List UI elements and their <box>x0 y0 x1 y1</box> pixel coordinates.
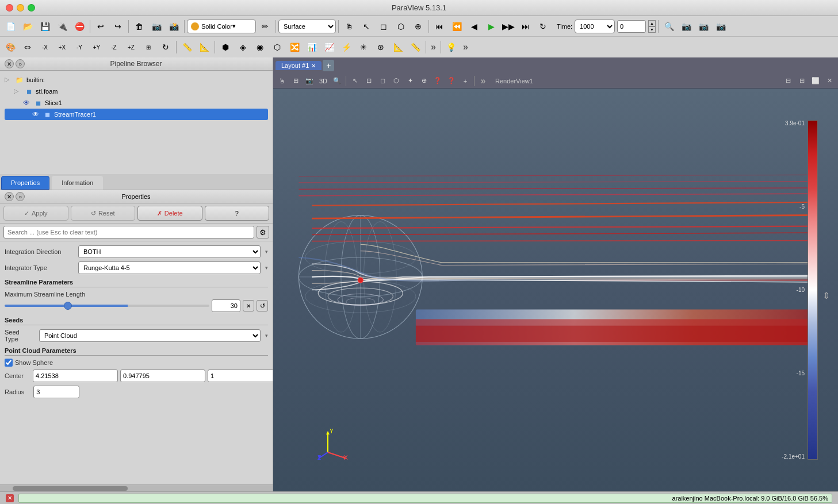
orient-x-pos[interactable]: +X <box>54 39 70 55</box>
close-button[interactable] <box>6 4 13 11</box>
rotate-btn[interactable]: ↻ <box>158 39 174 55</box>
tree-item-slice1[interactable]: 👁 ◼ Slice1 <box>5 97 268 109</box>
time-select[interactable]: 1000 <box>575 20 615 33</box>
radius-input[interactable] <box>33 386 79 398</box>
layout-tab-1[interactable]: Layout #1 ✕ <box>275 61 322 70</box>
solid-color-button[interactable]: Solid Color ▾ <box>187 20 256 33</box>
center-z-input[interactable] <box>208 370 273 382</box>
orient-y-neg[interactable]: -Y <box>71 39 87 55</box>
disconnect-button[interactable]: ⛔ <box>71 18 87 34</box>
time-step-input[interactable] <box>617 20 646 33</box>
viewport[interactable]: 3.9e-01 -5 -10 -15 -2.1e+01 ⇕ Y <box>273 89 838 491</box>
select4-button[interactable]: ⊕ <box>410 18 426 34</box>
filter-btn9[interactable]: ✳ <box>355 39 372 55</box>
filter-btn11[interactable]: 📐 <box>390 39 406 55</box>
redo-button[interactable]: ↪ <box>110 18 126 34</box>
rt-interact-btn[interactable]: 🖱 <box>275 75 288 87</box>
filter-btn12[interactable]: 📏 <box>407 39 423 55</box>
apply-button[interactable]: ✓ Apply <box>3 206 68 221</box>
filter-btn10[interactable]: ⊛ <box>373 39 389 55</box>
props-collapse-btn[interactable]: ✕ <box>5 192 14 201</box>
measure-btn[interactable]: 📏 <box>179 39 195 55</box>
orient-x-neg[interactable]: -X <box>37 39 53 55</box>
delete-filter-button[interactable]: 🗑 <box>131 18 147 34</box>
filter-btn2[interactable]: ◈ <box>235 39 251 55</box>
pipeline-expand-btn[interactable]: ○ <box>16 59 25 68</box>
select2-button[interactable]: ◻ <box>376 18 392 34</box>
help-button[interactable]: ? <box>205 206 270 221</box>
camera-button[interactable]: 📷 <box>678 18 694 34</box>
color-map-btn[interactable]: 🎨 <box>2 39 18 55</box>
maximize-render-btn[interactable]: ⬜ <box>809 75 822 87</box>
filter-btn7[interactable]: 📈 <box>321 39 337 55</box>
time-step-down[interactable]: ▼ <box>648 26 656 33</box>
play-back-button[interactable]: ◀ <box>466 18 482 34</box>
tree-item-streamtracer1[interactable]: 👁 ◼ StreamTracer1 <box>5 109 268 120</box>
orient-y-pos[interactable]: +Y <box>89 39 105 55</box>
rt-select5-btn[interactable]: ✦ <box>404 75 416 87</box>
rt-zoom2-btn[interactable]: 🔍 <box>331 75 343 87</box>
camera2-button[interactable]: 📷 <box>695 18 711 34</box>
representation-select[interactable]: Surface <box>278 20 336 33</box>
integration-direction-select[interactable]: BOTH <box>78 245 261 258</box>
add-layout-button[interactable]: + <box>323 60 334 71</box>
eye-icon-streamtracer1[interactable]: 👁 <box>32 110 40 118</box>
minimize-button[interactable] <box>17 4 24 11</box>
show-sphere-checkbox[interactable] <box>5 359 13 367</box>
orient-z-pos[interactable]: +Z <box>123 39 139 55</box>
play-fwd-button[interactable]: ▶▶ <box>500 18 516 34</box>
filter-btn4[interactable]: ⬡ <box>269 39 285 55</box>
seed-type-select[interactable]: Point Cloud <box>39 329 261 342</box>
rt-3d-btn[interactable]: 3D <box>317 75 330 87</box>
props-expand-btn[interactable]: ○ <box>16 192 25 201</box>
rt-select4-btn[interactable]: ⬡ <box>390 75 403 87</box>
close-render-btn[interactable]: ✕ <box>823 75 836 87</box>
props-scrollbar[interactable] <box>0 484 273 491</box>
rt-camera-btn[interactable]: 📷 <box>303 75 316 87</box>
max-streamline-value-input[interactable] <box>212 299 240 312</box>
interact-button[interactable]: 🖱 <box>341 18 357 34</box>
rt-select7-btn[interactable]: ❓ <box>431 75 444 87</box>
center-y-input[interactable] <box>120 370 205 382</box>
filter-btn3[interactable]: ◉ <box>252 39 268 55</box>
eye-icon-slice1[interactable]: 👁 <box>23 99 31 107</box>
rt-select8-btn[interactable]: ❓ <box>445 75 458 87</box>
filter-btn8[interactable]: ⚡ <box>338 39 354 55</box>
filter-btn5[interactable]: 🔀 <box>286 39 303 55</box>
filter-btn6[interactable]: 📊 <box>304 39 320 55</box>
layout-tab-close[interactable]: ✕ <box>311 63 316 69</box>
screenshot-button[interactable]: 📷 <box>148 18 164 34</box>
close-status-btn[interactable]: ✕ <box>6 494 14 502</box>
maximize-button[interactable] <box>28 4 35 11</box>
integrator-type-select[interactable]: Runge-Kutta 4-5 <box>78 261 261 274</box>
rt-select2-btn[interactable]: ⊡ <box>362 75 375 87</box>
screenshot2-button[interactable]: 📸 <box>166 18 182 34</box>
scroll-thumb[interactable] <box>13 486 128 491</box>
tab-information[interactable]: Information <box>52 176 103 190</box>
more-right-btn[interactable]: » <box>461 42 470 52</box>
max-streamline-clear-btn[interactable]: ✕ <box>243 300 254 311</box>
ruler-btn[interactable]: 📐 <box>196 39 212 55</box>
delete-button[interactable]: ✗ Delete <box>137 206 202 221</box>
save-button[interactable]: 💾 <box>37 18 53 34</box>
select3-button[interactable]: ⬡ <box>393 18 409 34</box>
select-button[interactable]: ↖ <box>358 18 374 34</box>
rescale-btn[interactable]: ⇔ <box>20 39 36 55</box>
split-v-btn[interactable]: ⊞ <box>795 75 808 87</box>
max-streamline-slider[interactable] <box>5 305 209 307</box>
tree-item-stlfoam[interactable]: ▷ ◼ stl.foam <box>5 86 268 97</box>
connect-button[interactable]: 🔌 <box>54 18 70 34</box>
filter-btn1[interactable]: ⬢ <box>217 39 234 55</box>
rt-zoom-btn[interactable]: ⊞ <box>289 75 302 87</box>
prev-frame-button[interactable]: ⏪ <box>449 18 465 34</box>
color-edit-button[interactable]: ✏ <box>257 18 273 34</box>
open-button[interactable]: 📂 <box>20 18 36 34</box>
rt-select3-btn[interactable]: ◻ <box>376 75 389 87</box>
search-input[interactable] <box>3 226 254 238</box>
new-button[interactable]: 📄 <box>2 18 18 34</box>
time-step-up[interactable]: ▲ <box>648 20 656 26</box>
orient-iso[interactable]: ⊞ <box>140 39 156 55</box>
tab-properties[interactable]: Properties <box>1 176 49 190</box>
loop-button[interactable]: ↻ <box>535 18 551 34</box>
play-button[interactable]: ▶ <box>483 18 499 34</box>
